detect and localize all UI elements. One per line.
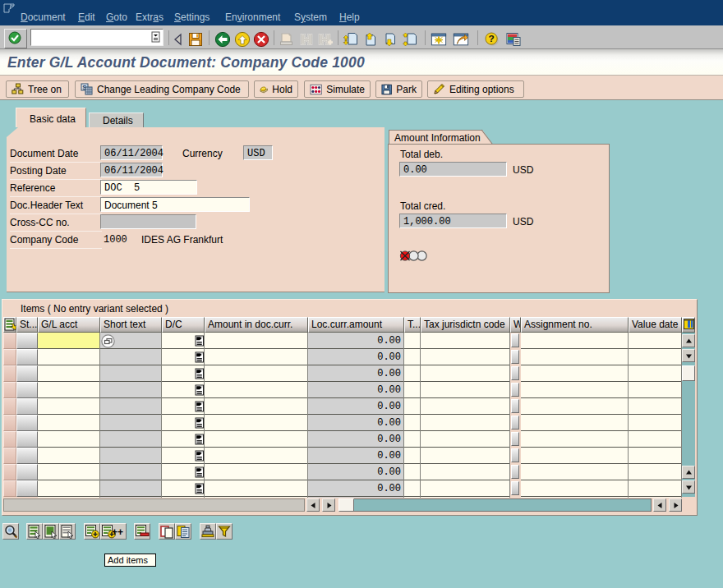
svg-text:?: ? xyxy=(488,33,494,44)
